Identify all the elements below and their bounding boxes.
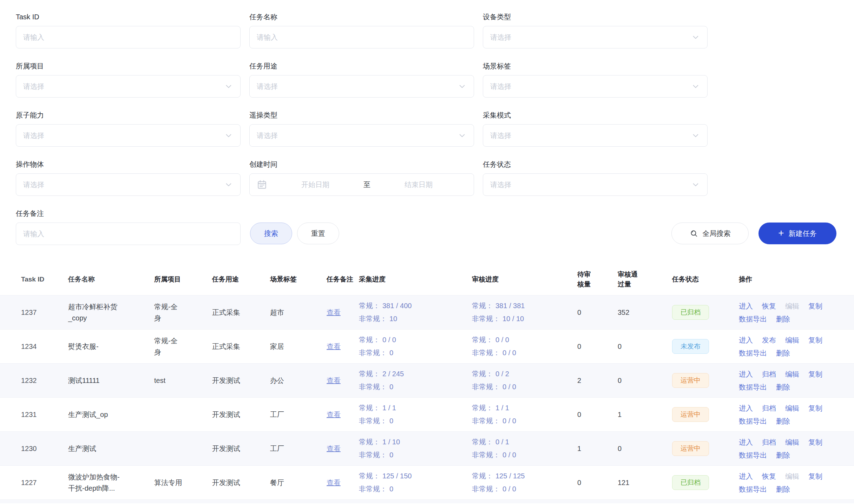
- task-id-input-wrap: [16, 26, 241, 48]
- col-header-purpose: 任务用途: [207, 275, 265, 284]
- cell-task-status: 运营中: [667, 441, 734, 456]
- action-link-delete[interactable]: 删除: [776, 485, 790, 494]
- task-id-input[interactable]: [16, 33, 240, 41]
- select-placeholder: 请选择: [483, 82, 692, 91]
- action-link-export[interactable]: 数据导出: [739, 349, 767, 358]
- action-link-delete[interactable]: 删除: [776, 314, 790, 324]
- note-view-link[interactable]: 查看: [327, 309, 341, 316]
- cell-task-id: 1231: [0, 411, 63, 419]
- action-link-copy[interactable]: 复制: [808, 370, 822, 379]
- progress-line: 常规：0 / 0: [359, 333, 461, 346]
- reset-button[interactable]: 重置: [297, 223, 339, 244]
- cell-scene-tag: 餐厅: [265, 478, 318, 488]
- action-link-archive[interactable]: 归档: [762, 438, 776, 447]
- action-link-enter[interactable]: 进入: [739, 438, 753, 447]
- action-link-delete[interactable]: 删除: [776, 349, 790, 358]
- field-label: 原子能力: [16, 110, 241, 120]
- action-link-export[interactable]: 数据导出: [739, 383, 767, 392]
- note-view-link[interactable]: 查看: [327, 479, 341, 486]
- status-tag: 已归档: [672, 305, 709, 320]
- col-header-actions: 操作: [734, 275, 854, 284]
- table-row: 1234 熨烫衣服- 常规-全身 正式采集 家居 查看 常规：0 / 0非常规：…: [0, 329, 854, 363]
- action-link-export[interactable]: 数据导出: [739, 417, 767, 426]
- scene-tag-select[interactable]: 请选择: [483, 75, 708, 98]
- progress-line: 非常规：0 / 0: [472, 380, 567, 393]
- purpose-select[interactable]: 请选择: [249, 75, 474, 98]
- action-link-export[interactable]: 数据导出: [739, 314, 767, 324]
- cell-actions: 进入归档编辑复制数据导出删除: [734, 370, 854, 392]
- action-link-edit[interactable]: 编辑: [785, 404, 799, 413]
- cell-collect-progress: 常规：125 / 150非常规：0: [354, 470, 467, 496]
- select-placeholder: 请选择: [16, 180, 225, 190]
- status-tag: 已归档: [672, 475, 709, 490]
- start-date-placeholder[interactable]: 开始日期: [267, 180, 363, 190]
- filter-field-project: 所属项目 请选择: [16, 61, 241, 98]
- collect-mode-select[interactable]: 请选择: [483, 124, 708, 147]
- project-select[interactable]: 请选择: [16, 75, 241, 98]
- status-tag: 未发布: [672, 339, 709, 354]
- action-link-copy[interactable]: 复制: [808, 301, 822, 311]
- task-note-input[interactable]: [16, 230, 240, 238]
- global-search-label: 全局搜索: [703, 229, 731, 238]
- action-link-edit[interactable]: 编辑: [785, 370, 799, 379]
- create-task-button[interactable]: + 新建任务: [758, 223, 836, 244]
- note-view-link[interactable]: 查看: [327, 445, 341, 452]
- cell-project: 常规-全身: [149, 301, 207, 324]
- action-link-edit[interactable]: 编辑: [785, 336, 799, 345]
- cell-scene-tag: 工厂: [265, 410, 318, 419]
- cell-task-name: 生产测试: [63, 443, 149, 454]
- note-view-link[interactable]: 查看: [327, 411, 341, 418]
- action-link-delete[interactable]: 删除: [776, 383, 790, 392]
- action-link-enter[interactable]: 进入: [739, 370, 753, 379]
- cell-pending-review: 0: [572, 309, 613, 317]
- action-link-enter[interactable]: 进入: [739, 301, 753, 311]
- progress-line: 非常规：10 / 10: [472, 312, 567, 325]
- note-view-link[interactable]: 查看: [327, 343, 341, 350]
- teleop-type-select[interactable]: 请选择: [249, 124, 474, 147]
- select-placeholder: 请选择: [250, 131, 458, 140]
- action-link-edit[interactable]: 编辑: [785, 438, 799, 447]
- cell-task-status: 未发布: [667, 339, 734, 354]
- cell-task-note: 查看: [318, 410, 354, 419]
- action-link-copy[interactable]: 复制: [808, 404, 822, 413]
- action-link-delete[interactable]: 删除: [776, 417, 790, 426]
- note-view-link[interactable]: 查看: [327, 377, 341, 384]
- filter-form: Task ID 任务名称 设备类型 请选择 所属项目 请选择 任务用途 请选择 …: [16, 12, 854, 196]
- search-button[interactable]: 搜索: [250, 223, 292, 244]
- action-link-restore[interactable]: 恢复: [762, 301, 776, 311]
- task-status-select[interactable]: 请选择: [483, 173, 708, 196]
- action-link-archive[interactable]: 归档: [762, 370, 776, 379]
- action-link-enter[interactable]: 进入: [739, 404, 753, 413]
- action-link-archive[interactable]: 归档: [762, 404, 776, 413]
- action-link-enter[interactable]: 进入: [739, 472, 753, 481]
- col-header-task-note: 任务备注: [318, 275, 354, 284]
- search-icon: [690, 229, 698, 238]
- action-link-copy[interactable]: 复制: [808, 336, 822, 345]
- col-header-collect-progress: 采集进度: [354, 275, 467, 284]
- action-link-publish[interactable]: 发布: [762, 336, 776, 345]
- cell-task-note: 查看: [318, 478, 354, 488]
- operate-object-select[interactable]: 请选择: [16, 173, 241, 196]
- action-link-copy[interactable]: 复制: [808, 472, 822, 481]
- filter-field-collect-mode: 采集模式 请选择: [483, 110, 708, 147]
- cell-task-id: 1234: [0, 343, 63, 351]
- action-link-restore[interactable]: 恢复: [762, 472, 776, 481]
- progress-line: 常规：381 / 381: [472, 299, 567, 312]
- action-link-enter[interactable]: 进入: [739, 336, 753, 345]
- action-link-export[interactable]: 数据导出: [739, 485, 767, 494]
- create-time-range-picker[interactable]: 开始日期 至 结束日期: [249, 173, 474, 196]
- progress-line: 非常规：0 / 0: [472, 449, 567, 462]
- global-search-button[interactable]: 全局搜索: [671, 223, 749, 244]
- progress-line: 非常规：10: [359, 312, 461, 325]
- action-link-export[interactable]: 数据导出: [739, 451, 767, 460]
- field-label: 所属项目: [16, 61, 241, 71]
- filter-field-scene-tag: 场景标签 请选择: [483, 61, 708, 98]
- device-type-select[interactable]: 请选择: [483, 26, 708, 48]
- task-name-input-wrap: [249, 26, 474, 48]
- atomic-capability-select[interactable]: 请选择: [16, 124, 241, 147]
- end-date-placeholder[interactable]: 结束日期: [370, 180, 467, 190]
- action-link-copy[interactable]: 复制: [808, 438, 822, 447]
- task-name-input[interactable]: [250, 33, 474, 41]
- filter-field-operate-object: 操作物体 请选择: [16, 159, 241, 196]
- action-link-delete[interactable]: 删除: [776, 451, 790, 460]
